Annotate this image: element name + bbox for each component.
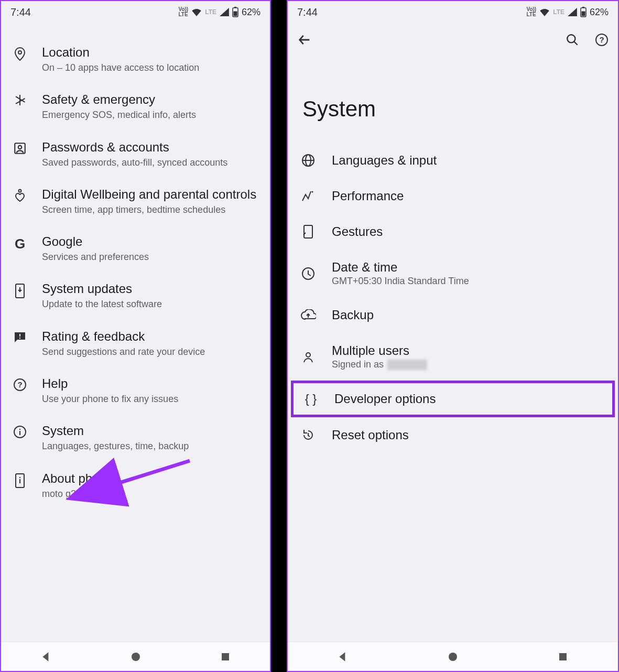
settings-item-title: System [42,423,260,439]
system-item-reset[interactable]: Reset options [288,417,618,453]
system-item-backup[interactable]: Backup [288,297,618,333]
svg-rect-14 [19,429,20,430]
statusbar-right: 7:44 Vo))LTE LTE 62% [288,1,618,23]
settings-item-subtitle: Send suggestions and rate your device [42,345,260,358]
system-item-subtitle: GMT+05:30 India Standard Time [332,276,469,287]
nav-home-button[interactable] [447,651,459,663]
redacted-username [387,360,427,370]
svg-rect-16 [19,477,20,478]
nav-back-button[interactable] [40,651,52,663]
settings-item-google[interactable]: G Google Services and preferences [1,225,270,272]
reset-icon [301,428,315,442]
system-item-title: Reset options [332,428,409,442]
svg-rect-17 [19,479,20,483]
lte-label: LTE [553,8,564,16]
settings-item-title: System updates [42,281,260,297]
asterisk-icon [14,94,26,106]
feedback-icon [13,331,27,343]
system-item-languages[interactable]: Languages & input [288,143,618,178]
info-icon [13,425,27,439]
nav-back-button[interactable] [336,651,349,663]
system-item-performance[interactable]: Performance [288,178,618,214]
settings-item-title: Digital Wellbeing and parental controls [42,187,260,202]
system-item-title: Performance [332,189,404,203]
braces-icon: { } [305,392,317,406]
battery-percent: 62% [242,7,260,18]
settings-item-title: Rating & feedback [42,329,260,344]
volte-icon: Vo))LTE [178,7,188,17]
system-item-developer-options[interactable]: { } Developer options [291,381,615,417]
svg-point-34 [306,353,310,357]
settings-item-passwords[interactable]: Passwords & accounts Saved passwords, au… [1,131,270,178]
account-box-icon [13,142,27,155]
svg-point-31 [312,191,313,193]
svg-rect-23 [581,12,585,16]
svg-rect-1 [234,7,236,8]
nav-recent-button[interactable] [557,651,569,663]
system-item-title: Languages & input [332,153,437,168]
system-item-title: Multiple users [332,343,427,358]
settings-item-help[interactable]: ? Help Use your phone to fix any issues [1,367,270,414]
svg-rect-2 [233,12,237,16]
svg-text:?: ? [17,380,22,389]
volte-icon: Vo))LTE [526,7,536,17]
settings-item-subtitle: Emergency SOS, medical info, alerts [42,109,260,121]
search-button[interactable] [566,33,579,49]
signal-icon [568,8,577,16]
battery-percent: 62% [590,7,609,18]
status-icons: Vo))LTE LTE 62% [178,7,260,18]
svg-rect-13 [19,431,20,435]
settings-item-wellbeing[interactable]: Digital Wellbeing and parental controls … [1,178,270,225]
nav-recent-button[interactable] [219,651,232,663]
system-item-subtitle: Signed in as [332,359,427,370]
settings-item-title: Location [42,45,260,60]
nav-home-button[interactable] [129,651,142,663]
settings-item-title: Passwords & accounts [42,139,260,155]
signal-icon [220,8,229,16]
system-toolbar: ? [288,23,618,49]
settings-item-safety[interactable]: Safety & emergency Emergency SOS, medica… [1,83,270,130]
svg-point-24 [567,35,575,42]
settings-item-system-updates[interactable]: System updates Update to the latest soft… [1,272,270,319]
clock-icon [301,267,315,280]
screenshot-divider [271,0,287,672]
settings-item-subtitle: Languages, gestures, time, backup [42,440,260,452]
page-title: System [288,49,618,143]
settings-item-title: Google [42,234,260,250]
svg-point-5 [18,145,22,149]
help-button[interactable]: ? [595,33,609,49]
system-item-datetime[interactable]: Date & time GMT+05:30 India Standard Tim… [288,250,618,297]
cloud-upload-icon [300,309,316,321]
settings-item-subtitle: On – 10 apps have access to location [42,61,260,74]
svg-text:?: ? [599,35,604,44]
globe-icon [301,154,315,167]
svg-point-6 [19,189,21,192]
settings-list: Location On – 10 apps have access to loc… [1,23,270,642]
settings-item-subtitle: Update to the latest software [42,298,260,310]
phone-download-icon [15,283,25,299]
wifi-icon [191,8,202,16]
system-item-multiuser[interactable]: Multiple users Signed in as [288,333,618,381]
system-item-gestures[interactable]: Gestures [288,214,618,250]
svg-rect-22 [582,7,584,8]
battery-icon [580,7,587,17]
settings-item-about[interactable]: About phone moto g32 [1,462,270,509]
system-item-title: Gestures [332,224,383,239]
system-item-title: Backup [332,308,374,322]
person-icon [302,351,314,363]
svg-point-35 [449,653,457,661]
settings-item-system[interactable]: System Languages, gestures, time, backup [1,414,270,461]
status-time: 7:44 [10,6,178,18]
svg-rect-19 [222,653,229,660]
settings-item-subtitle: Services and preferences [42,251,260,263]
gestures-icon [302,224,314,239]
svg-rect-32 [304,225,312,238]
status-time: 7:44 [297,6,526,18]
back-button[interactable] [297,32,312,49]
svg-point-3 [18,51,21,54]
settings-item-rating[interactable]: Rating & feedback Send suggestions and r… [1,320,270,367]
settings-item-title: About phone [42,471,260,486]
lte-label: LTE [205,8,216,16]
settings-item-location[interactable]: Location On – 10 apps have access to loc… [1,36,270,83]
statusbar-left: 7:44 Vo))LTE LTE 62% [1,1,270,23]
